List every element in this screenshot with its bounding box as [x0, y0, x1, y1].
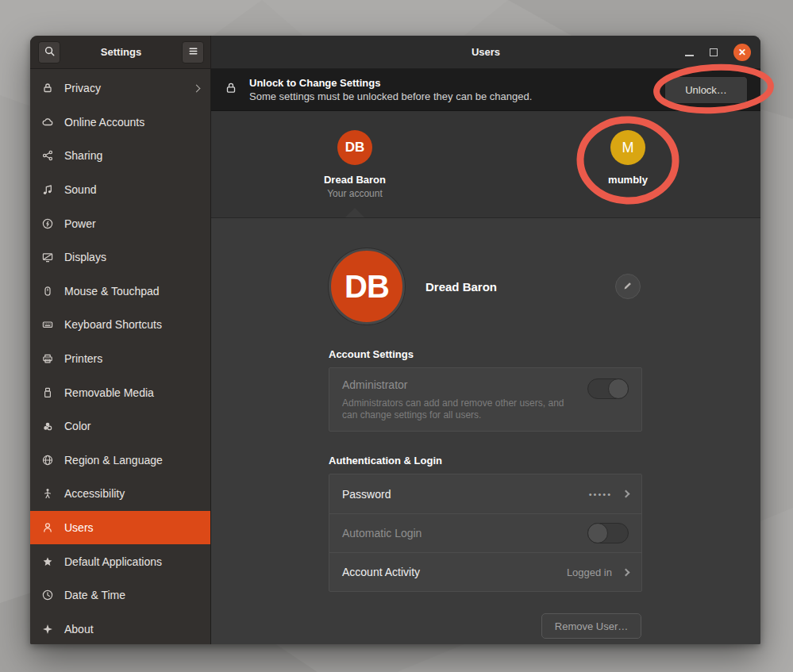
account-activity-value: Logged in: [567, 566, 612, 578]
minimize-button[interactable]: [685, 55, 694, 56]
sidebar-item-label: Keyboard Shortcuts: [64, 318, 201, 331]
account-activity-row[interactable]: Account Activity Logged in: [329, 552, 641, 591]
user-carousel: DB Dread Baron Your account M mumbly: [211, 111, 760, 218]
share-icon: [41, 149, 54, 162]
sidebar-item-displays[interactable]: Displays: [30, 240, 210, 275]
auth-login-heading: Authentication & Login: [329, 455, 642, 467]
user-name: mumbly: [564, 174, 691, 186]
sidebar-item-label: Online Accounts: [64, 116, 201, 129]
avatar: M: [610, 130, 645, 165]
lock-icon: [41, 82, 54, 94]
sidebar-item-date-time[interactable]: Date & Time: [30, 578, 210, 612]
sidebar-item-default-applications[interactable]: Default Applications: [30, 544, 210, 578]
color-icon: [41, 420, 54, 432]
sidebar-item-power[interactable]: Power: [30, 206, 210, 240]
administrator-card: Administrator Administrators can add and…: [329, 367, 642, 432]
display-icon: [41, 251, 54, 263]
automatic-login-row: Automatic Login: [329, 513, 641, 552]
sidebar-item-about[interactable]: About: [30, 612, 210, 645]
sidebar-item-keyboard-shortcuts[interactable]: Keyboard Shortcuts: [30, 308, 210, 342]
unlock-banner: Unlock to Change Settings Some settings …: [211, 69, 760, 111]
unlock-banner-subtitle: Some settings must be unlocked before th…: [249, 90, 653, 102]
administrator-description: Administrators can add and remove other …: [342, 397, 629, 421]
password-label: Password: [342, 488, 589, 501]
mouse-icon: [41, 285, 54, 298]
main-header: Users ✕: [211, 36, 760, 69]
sidebar-item-label: Region & Language: [64, 454, 201, 467]
sidebar-item-label: About: [64, 623, 201, 636]
unlock-banner-text: Unlock to Change Settings Some settings …: [249, 77, 653, 102]
sound-icon: [41, 183, 54, 196]
administrator-description-line1: Administrators can add and remove other …: [342, 397, 629, 409]
sidebar-item-label: Printers: [64, 352, 201, 365]
sidebar-item-sound[interactable]: Sound: [30, 173, 210, 207]
lock-icon: [224, 81, 238, 98]
users-icon: [41, 521, 54, 534]
sidebar-header: Settings: [30, 36, 211, 69]
sidebar: Privacy Online Accounts Sharing Sound Po…: [30, 69, 211, 644]
hamburger-icon: [187, 45, 199, 60]
sidebar-item-printers[interactable]: Printers: [30, 342, 210, 376]
search-button[interactable]: [38, 41, 60, 63]
avatar[interactable]: DB: [329, 248, 405, 324]
profile-row: DB Dread Baron: [329, 248, 642, 324]
sidebar-item-label: Default Applications: [64, 555, 201, 568]
account-settings-heading: Account Settings: [329, 348, 642, 360]
keyboard-icon: [41, 318, 54, 331]
toggle-knob: [587, 523, 608, 543]
administrator-description-line2: can change settings for all users.: [342, 409, 629, 421]
titlebar: Settings Users ✕: [30, 36, 760, 69]
pencil-icon: [622, 280, 633, 294]
sidebar-item-label: Privacy: [64, 82, 183, 94]
sidebar-item-accessibility[interactable]: Accessibility: [30, 477, 210, 511]
sidebar-item-privacy[interactable]: Privacy: [30, 71, 210, 106]
password-dots: •••••: [589, 490, 612, 499]
sidebar-item-sharing[interactable]: Sharing: [30, 139, 210, 173]
window-controls: ✕: [685, 36, 751, 68]
edit-name-button[interactable]: [615, 274, 641, 299]
password-row[interactable]: Password •••••: [329, 474, 641, 513]
automatic-login-toggle[interactable]: [587, 523, 629, 543]
unlock-button[interactable]: Unlock…: [664, 76, 748, 104]
sidebar-item-region-language[interactable]: Region & Language: [30, 444, 210, 478]
search-icon: [44, 45, 56, 60]
administrator-label: Administrator: [342, 378, 629, 391]
menu-button[interactable]: [182, 41, 204, 63]
user-tile-mumbly[interactable]: M mumbly: [564, 130, 691, 186]
user-detail-panel: DB Dread Baron Account Settings Administ…: [211, 218, 760, 644]
sidebar-item-label: Accessibility: [64, 487, 201, 500]
sidebar-item-label: Displays: [64, 251, 201, 263]
sidebar-item-label: Color: [64, 420, 201, 432]
sidebar-item-label: Power: [64, 217, 201, 230]
removable-media-icon: [41, 386, 54, 399]
sidebar-item-users[interactable]: Users: [30, 511, 210, 545]
user-subtitle: Your account: [291, 188, 418, 199]
chevron-right-icon: [622, 490, 630, 498]
chevron-right-icon: [193, 84, 201, 92]
power-icon: [41, 217, 54, 230]
profile-name: Dread Baron: [425, 280, 497, 294]
sidebar-item-color[interactable]: Color: [30, 409, 210, 444]
printer-icon: [41, 352, 54, 365]
sidebar-item-online-accounts[interactable]: Online Accounts: [30, 106, 210, 140]
chevron-right-icon: [622, 568, 630, 576]
sidebar-item-mouse-touchpad[interactable]: Mouse & Touchpad: [30, 275, 210, 309]
avatar: DB: [337, 130, 372, 165]
sidebar-item-label: Date & Time: [64, 589, 201, 601]
accessibility-icon: [41, 487, 54, 500]
remove-user-button[interactable]: Remove User…: [541, 613, 641, 639]
administrator-toggle[interactable]: [587, 378, 629, 399]
sidebar-item-label: Removable Media: [64, 386, 201, 399]
sidebar-item-label: Users: [64, 521, 201, 534]
close-button[interactable]: ✕: [733, 44, 751, 61]
sidebar-item-removable-media[interactable]: Removable Media: [30, 375, 210, 409]
sidebar-item-label: Sound: [64, 183, 201, 196]
globe-icon: [41, 454, 54, 467]
sidebar-item-label: Mouse & Touchpad: [64, 285, 201, 298]
maximize-button[interactable]: [710, 48, 718, 56]
sidebar-item-label: Sharing: [64, 149, 201, 162]
automatic-login-label: Automatic Login: [342, 527, 587, 540]
sidebar-title: Settings: [60, 46, 182, 58]
user-name: Dread Baron: [291, 174, 418, 186]
user-tile-dread-baron[interactable]: DB Dread Baron Your account: [291, 130, 418, 199]
